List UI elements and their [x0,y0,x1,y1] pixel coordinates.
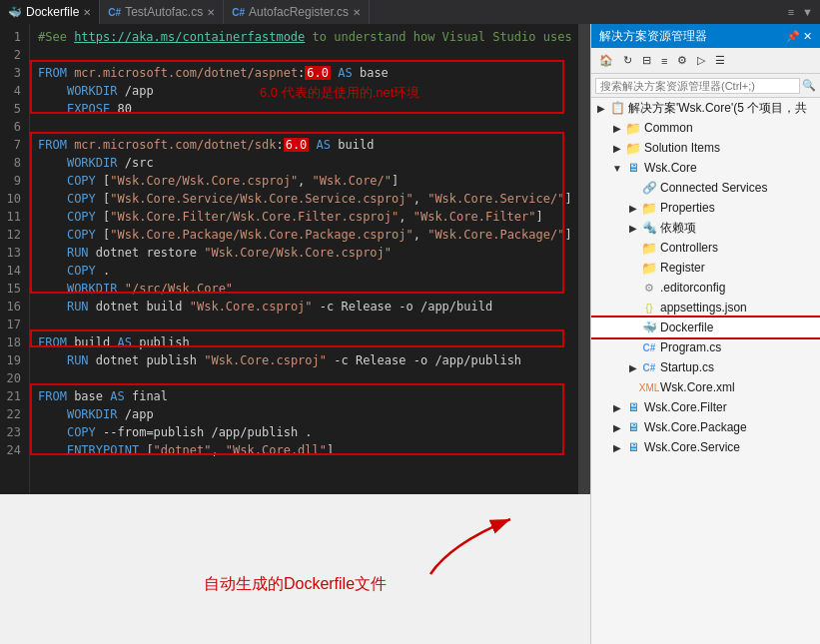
tab-autofacregister-close[interactable]: ✕ [353,7,361,18]
tab-dockerfile[interactable]: 🐳 Dockerfile ✕ [0,0,100,24]
tree-item-controllers[interactable]: 📁 Controllers [591,238,820,258]
editor-content: 1 2 3 4 5 6 7 8 9 10 11 12 13 14 [0,24,590,494]
solution-pane: 解决方案资源管理器 📌 ✕ 🏠 ↻ ⊟ ≡ ⚙ ▷ ☰ 🔍 [590,24,820,644]
startup-icon: C# [641,359,657,375]
editorconfig-label: .editorconfig [660,281,818,295]
wsk-core-filter-label: Wsk.Core.Filter [644,400,818,414]
dockerfile-label: Dockerfile [660,321,818,334]
toolbar-filter-btn[interactable]: ≡ [657,53,671,69]
tab-testautofac-close[interactable]: ✕ [207,7,215,18]
solution-icon: 📋 [609,100,625,116]
tab-dockerfile-icon: 🐳 [8,6,22,19]
program-icon: C# [641,339,657,355]
properties-expand[interactable]: ▶ [625,203,641,214]
tree-item-wsk-core-xml[interactable]: XML Wsk.Core.xml [591,377,820,397]
wsk-core-label: Wsk.Core [644,161,818,175]
tree-item-appsettings[interactable]: {} appsettings.json [591,298,820,318]
tree-item-connected-services[interactable]: 🔗 Connected Services [591,178,820,198]
code-line-12: COPY ["Wsk.Core.Package/Wsk.Core.Package… [38,226,570,244]
tab-autofacregister-icon: C# [232,7,245,18]
solution-root-item[interactable]: ▶ 📋 解决方案'Wsk.Core'(5 个项目，共 [591,98,820,118]
code-line-1: #See https://aka.ms/containerfastmode to… [38,28,570,46]
wsk-core-service-icon: 🖥 [625,439,641,455]
tree-item-dockerfile[interactable]: 🐳 Dockerfile [591,318,820,337]
common-folder-icon: 📁 [625,120,641,136]
solution-pin-btn[interactable]: 📌 [786,30,800,43]
solution-items-label: Solution Items [644,141,818,155]
toolbar-collapse-btn[interactable]: ⊟ [638,52,655,69]
wsk-core-filter-expand[interactable]: ▶ [609,402,625,413]
deps-icon: 🔩 [641,220,657,236]
wsk-core-package-label: Wsk.Core.Package [644,420,818,434]
tab-testautofac[interactable]: C# TestAutofac.cs ✕ [100,0,224,24]
tab-testautofac-icon: C# [108,7,121,18]
code-line-16: RUN dotnet build "Wsk.Core.csproj" -c Re… [38,298,570,316]
solution-root-label: 解决方案'Wsk.Core'(5 个项目，共 [628,100,818,117]
tab-autofacregister-label: AutofacRegister.cs [249,5,349,19]
solution-items-expand[interactable]: ▶ [609,143,625,154]
tab-dockerfile-close[interactable]: ✕ [83,7,91,18]
startup-label: Startup.cs [660,360,818,374]
wsk-core-service-expand[interactable]: ▶ [609,442,625,453]
properties-label: Properties [660,201,818,215]
tab-actions: ≡ ▼ [781,4,820,20]
wsk-core-expand[interactable]: ▼ [609,163,625,174]
tree-item-properties[interactable]: ▶ 📁 Properties [591,198,820,218]
program-label: Program.cs [660,340,818,354]
tab-overflow-btn[interactable]: ▼ [799,4,816,20]
editor-pane[interactable]: 1 2 3 4 5 6 7 8 9 10 11 12 13 14 [0,24,590,644]
wsk-core-xml-label: Wsk.Core.xml [660,380,818,394]
code-area[interactable]: 6.0 代表的是使用的.net环境 #See https://aka.ms/co… [30,24,578,494]
code-line-22: WORKDIR /app [38,405,570,423]
deps-expand[interactable]: ▶ [625,223,641,234]
code-line-8: WORKDIR /src [38,154,570,172]
code-line-23: COPY --from=publish /app/publish . [38,423,570,441]
tree-item-wsk-core-package[interactable]: ▶ 🖥 Wsk.Core.Package [591,417,820,437]
appsettings-icon: {} [641,300,657,316]
code-line-11: COPY ["Wsk.Core.Filter/Wsk.Core.Filter.c… [38,208,570,226]
solution-root-expand[interactable]: ▶ [593,103,609,114]
code-line-4: WORKDIR /app [38,82,570,100]
tree-item-solution-items[interactable]: ▶ 📁 Solution Items [591,138,820,158]
code-line-10: COPY ["Wsk.Core.Service/Wsk.Core.Service… [38,190,570,208]
common-expand[interactable]: ▶ [609,123,625,134]
wsk-core-service-label: Wsk.Core.Service [644,440,818,454]
search-icon: 🔍 [802,79,816,92]
toolbar-refresh-btn[interactable]: ↻ [619,52,636,69]
tree-item-wsk-core[interactable]: ▼ 🖥 Wsk.Core [591,158,820,178]
tree-item-startup[interactable]: ▶ C# Startup.cs [591,357,820,377]
code-line-9: COPY ["Wsk.Core/Wsk.Core.csproj", "Wsk.C… [38,172,570,190]
toolbar-properties-btn[interactable]: ☰ [711,52,729,69]
solution-close-btn[interactable]: ✕ [803,30,812,43]
code-line-24: ENTRYPOINT ["dotnet", "Wsk.Core.dll"] [38,441,570,459]
tab-testautofac-label: TestAutofac.cs [125,5,203,19]
tree-item-common[interactable]: ▶ 📁 Common [591,118,820,138]
solution-search-input[interactable] [595,78,800,94]
toolbar-settings-btn[interactable]: ⚙ [673,52,691,69]
tree-item-deps[interactable]: ▶ 🔩 依赖项 [591,218,820,238]
editorconfig-icon: ⚙ [641,280,657,296]
tree-item-wsk-core-filter[interactable]: ▶ 🖥 Wsk.Core.Filter [591,397,820,417]
editor-wrapper: 1 2 3 4 5 6 7 8 9 10 11 12 13 14 [0,24,590,644]
tree-item-program[interactable]: C# Program.cs [591,337,820,357]
code-line-21: FROM base AS final [38,387,570,405]
wsk-core-package-expand[interactable]: ▶ [609,422,625,433]
tree-item-wsk-core-service[interactable]: ▶ 🖥 Wsk.Core.Service [591,437,820,457]
solution-search-box: 🔍 [591,74,820,98]
code-line-5: EXPOSE 80 [38,100,570,118]
solution-tree[interactable]: ▶ 📋 解决方案'Wsk.Core'(5 个项目，共 ▶ 📁 Common ▶ … [591,98,820,644]
wsk-core-xml-icon: XML [641,379,657,395]
startup-expand[interactable]: ▶ [625,362,641,373]
code-line-2 [38,46,570,64]
tab-dropdown-btn[interactable]: ≡ [785,4,797,20]
editor-scrollbar[interactable] [578,24,590,494]
wsk-core-package-icon: 🖥 [625,419,641,435]
tab-autofacregister[interactable]: C# AutofacRegister.cs ✕ [224,0,370,24]
tree-item-editorconfig[interactable]: ⚙ .editorconfig [591,278,820,298]
toolbar-home-btn[interactable]: 🏠 [595,52,617,69]
code-line-14: COPY . [38,262,570,280]
toolbar-more-btn[interactable]: ▷ [693,52,709,69]
code-line-17 [38,316,570,333]
connected-services-label: Connected Services [660,181,818,195]
tree-item-register[interactable]: 📁 Register [591,258,820,278]
